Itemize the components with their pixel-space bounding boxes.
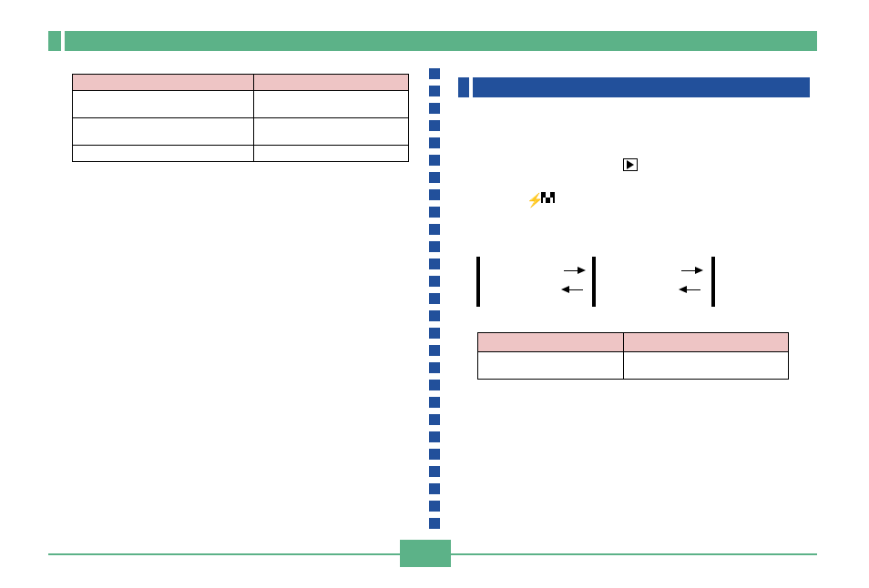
table-row — [73, 91, 409, 118]
table-header — [623, 333, 788, 352]
table-header — [73, 75, 254, 91]
arrow-left-icon — [679, 286, 687, 293]
column-divider — [429, 68, 440, 523]
section-title-bar — [473, 77, 810, 97]
table-header — [478, 333, 624, 352]
section-accent — [458, 77, 469, 97]
arrow-left-icon — [561, 286, 569, 293]
right-table — [477, 332, 789, 380]
header-title-bar — [65, 31, 817, 51]
table-row — [478, 352, 789, 380]
playback-icon — [623, 158, 638, 171]
header-accent — [48, 31, 61, 51]
pattern-icon — [541, 192, 555, 203]
table-row — [73, 118, 409, 146]
left-table — [72, 74, 409, 162]
table-header — [254, 75, 409, 91]
grid-1 — [476, 257, 480, 307]
section-header-bar — [458, 77, 810, 97]
page-badge — [400, 540, 451, 567]
header-bar — [48, 31, 817, 51]
arrow-right-icon — [578, 267, 586, 274]
grid-2 — [592, 257, 596, 307]
grid-3 — [711, 257, 715, 307]
arrow-right-icon — [695, 267, 703, 274]
table-row — [73, 146, 409, 162]
